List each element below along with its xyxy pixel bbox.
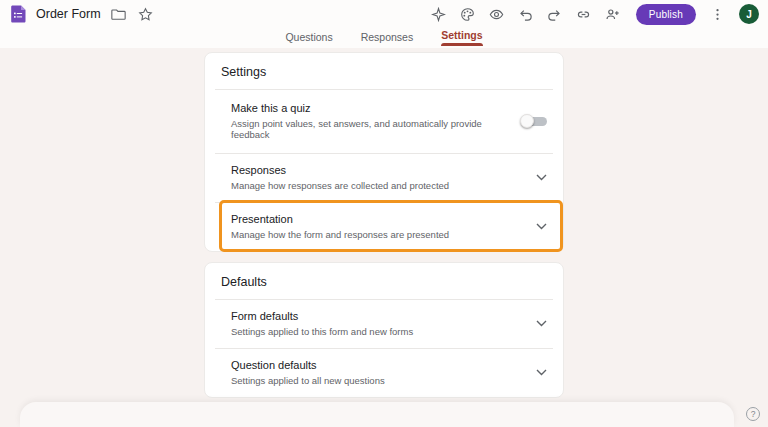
quiz-toggle-switch[interactable]	[521, 114, 547, 128]
undo-icon[interactable]	[518, 7, 533, 22]
row-description: Settings applied to all new questions	[231, 375, 526, 386]
forms-logo-icon[interactable]	[10, 5, 27, 23]
setting-row-question-defaults[interactable]: Question defaults Settings applied to al…	[205, 349, 563, 397]
row-title: Form defaults	[231, 310, 526, 322]
settings-card-title: Settings	[205, 53, 563, 89]
setting-row-responses[interactable]: Responses Manage how responses are colle…	[205, 154, 563, 202]
account-avatar[interactable]: J	[739, 4, 759, 24]
star-icon[interactable]	[138, 7, 153, 22]
row-title: Make this a quiz	[231, 102, 511, 114]
chevron-down-icon[interactable]	[536, 320, 547, 327]
chevron-down-icon[interactable]	[536, 223, 547, 230]
move-to-folder-icon[interactable]	[111, 7, 126, 22]
chevron-down-icon[interactable]	[536, 174, 547, 181]
tab-responses[interactable]: Responses	[361, 31, 414, 48]
help-icon[interactable]: ?	[746, 407, 760, 421]
tabs-bar: Questions Responses Settings	[0, 28, 768, 48]
add-collaborator-icon[interactable]	[605, 7, 620, 22]
app-bar: Order Form	[0, 0, 768, 28]
row-title: Presentation	[231, 213, 526, 225]
tab-settings[interactable]: Settings	[441, 29, 482, 48]
setting-row-form-defaults[interactable]: Form defaults Settings applied to this f…	[205, 300, 563, 348]
bottom-sheet-edge	[20, 402, 734, 427]
setting-row-make-quiz[interactable]: Make this a quiz Assign point values, se…	[205, 90, 563, 153]
redo-icon[interactable]	[547, 7, 562, 22]
copy-link-icon[interactable]	[576, 7, 591, 22]
settings-page: Settings Make this a quiz Assign point v…	[0, 48, 768, 398]
theme-palette-icon[interactable]	[460, 7, 475, 22]
app-bar-actions: Publish J	[431, 4, 759, 25]
preview-eye-icon[interactable]	[489, 7, 504, 22]
sparkle-icon[interactable]	[431, 7, 446, 22]
defaults-card: Defaults Form defaults Settings applied …	[204, 262, 564, 398]
defaults-card-title: Defaults	[205, 263, 563, 299]
row-title: Question defaults	[231, 359, 526, 371]
row-description: Assign point values, set answers, and au…	[231, 118, 511, 140]
row-description: Manage how responses are collected and p…	[231, 180, 526, 191]
document-title[interactable]: Order Form	[36, 7, 101, 21]
publish-button[interactable]: Publish	[636, 4, 696, 25]
settings-card: Settings Make this a quiz Assign point v…	[204, 52, 564, 252]
row-title: Responses	[231, 164, 526, 176]
row-description: Settings applied to this form and new fo…	[231, 326, 526, 337]
google-forms-window: Order Form	[0, 0, 768, 427]
toggle-knob	[520, 114, 534, 128]
chevron-down-icon[interactable]	[536, 369, 547, 376]
setting-row-presentation[interactable]: Presentation Manage how the form and res…	[205, 203, 563, 251]
row-description: Manage how the form and responses are pr…	[231, 229, 526, 240]
tab-questions[interactable]: Questions	[285, 31, 332, 48]
more-options-icon[interactable]	[710, 7, 725, 22]
